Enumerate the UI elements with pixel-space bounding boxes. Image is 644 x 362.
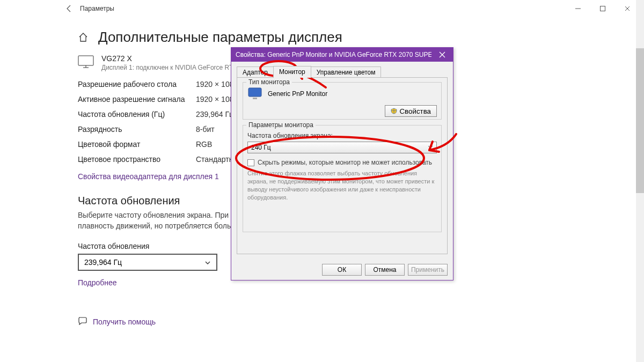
back-button[interactable]	[61, 0, 78, 17]
dialog-close-button[interactable]	[431, 48, 453, 62]
dialog-title: Свойства: Generic PnP Monitor и NVIDIA G…	[236, 51, 431, 58]
tab-color[interactable]: Управление цветом	[311, 67, 382, 78]
info-key: Разрядность	[78, 125, 196, 134]
window-title: Параметры	[80, 5, 114, 12]
info-value: RGB	[196, 140, 212, 149]
tab-panel-monitor: Тип монитора Generic PnP Monitor Свойств…	[237, 77, 448, 254]
page-title: Дополнительные параметры дисплея	[98, 29, 342, 46]
screen-refresh-rate-dropdown[interactable]: 240 Гц	[247, 142, 437, 153]
info-value: 239,964 Гц	[196, 110, 233, 119]
svg-rect-1	[601, 6, 605, 11]
monitor-icon	[247, 87, 264, 101]
monitor-type-name: Generic PnP Monitor	[268, 90, 327, 98]
dialog-tabs: Адаптер Монитор Управление цветом	[237, 65, 448, 78]
monitor-params-label: Параметры монитора	[246, 121, 316, 129]
chevron-down-icon	[428, 144, 433, 151]
hide-modes-label: Скрыть режимы, которые монитор не может …	[258, 159, 432, 166]
info-value: 8-бит	[196, 125, 215, 134]
monitor-properties-button[interactable]: Свойства	[385, 105, 437, 117]
tab-adapter[interactable]: Адаптер	[237, 67, 274, 78]
scrollbar-thumb[interactable]	[636, 48, 644, 193]
maximize-button[interactable]	[590, 0, 615, 17]
info-key: Цветовой формат	[78, 140, 196, 149]
ok-button[interactable]: ОК	[322, 264, 362, 276]
help-icon	[78, 316, 87, 328]
cancel-button[interactable]: Отмена	[365, 264, 405, 276]
hide-modes-checkbox[interactable]	[247, 159, 254, 166]
refresh-rate-dropdown[interactable]: 239,964 Гц	[78, 254, 217, 271]
svg-rect-5	[248, 88, 261, 97]
minimize-button[interactable]	[566, 0, 590, 17]
info-key: Разрешение рабочего стола	[78, 80, 196, 88]
refresh-rate-value: 239,964 Гц	[84, 258, 122, 267]
monitor-icon	[78, 55, 94, 68]
dialog-titlebar[interactable]: Свойства: Generic PnP Monitor и NVIDIA G…	[231, 48, 453, 62]
home-icon[interactable]	[78, 32, 89, 43]
chevron-down-icon	[204, 259, 211, 265]
monitor-params-group: Параметры монитора Частота обновления эк…	[243, 125, 442, 232]
hide-modes-hint: Снятие этого флажка позволяет выбрать ча…	[247, 169, 437, 201]
monitor-properties-dialog: Свойства: Generic PnP Monitor и NVIDIA G…	[231, 47, 453, 280]
svg-rect-6	[253, 98, 257, 99]
apply-button[interactable]: Применить	[408, 264, 448, 276]
monitor-type-group: Тип монитора Generic PnP Monitor Свойств…	[243, 82, 442, 120]
shield-icon	[391, 108, 397, 114]
scrollbar[interactable]	[636, 0, 644, 362]
get-help-link[interactable]: Получить помощь	[93, 317, 156, 326]
screen-refresh-rate-label: Частота обновления экрана:	[247, 132, 437, 139]
tab-monitor[interactable]: Монитор	[273, 66, 311, 78]
screen-refresh-rate-value: 240 Гц	[251, 144, 271, 151]
monitor-type-label: Тип монитора	[246, 78, 292, 86]
info-key: Активное разрешение сигнала	[78, 95, 196, 104]
info-key: Частота обновления (Гц)	[78, 110, 196, 119]
svg-rect-2	[78, 56, 93, 65]
info-key: Цветовое пространство	[78, 155, 196, 164]
titlebar: Параметры	[56, 0, 644, 17]
